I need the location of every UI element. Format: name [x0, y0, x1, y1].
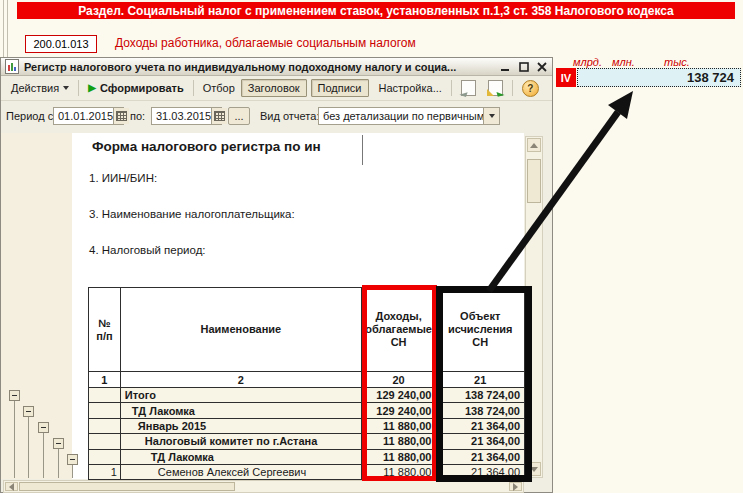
chevron-down-icon	[63, 86, 69, 90]
cell-income: 11 880,00	[362, 450, 437, 465]
tree-line	[28, 417, 29, 478]
minus-icon	[56, 443, 61, 444]
generate-label: Сформировать	[100, 82, 184, 94]
arrow-left-icon	[9, 483, 14, 491]
cell-object: 21 364,00	[436, 465, 524, 480]
export-button[interactable]	[482, 78, 509, 98]
dropdown-button[interactable]	[483, 108, 499, 124]
cell-name: Январь 2015	[121, 419, 362, 434]
collapse-toggle[interactable]	[23, 406, 34, 417]
scroll-right-button[interactable]	[509, 482, 522, 491]
toolbar-separator	[193, 80, 194, 96]
scroll-up-button[interactable]	[527, 138, 541, 152]
table-row-group[interactable]: ТД Лакомка 129 240,00 138 724,00	[89, 403, 524, 418]
cell-name: Налоговый комитет по г.Астана	[121, 434, 362, 449]
play-icon: ▶	[88, 83, 96, 93]
cell-num: 1	[89, 465, 121, 480]
collapse-toggle[interactable]	[9, 390, 20, 401]
col-header-object[interactable]: Объект исчисления СН	[436, 288, 524, 372]
table-row-employee[interactable]: 1 Семенов Алексей Сергеевич 11 880,00 21…	[89, 465, 524, 480]
period-more-button[interactable]: ...	[228, 107, 250, 125]
unit-label-thousands: тыс.	[664, 56, 690, 68]
signatures-toggle-button[interactable]: Подписи	[311, 79, 369, 97]
period-to-label: по:	[130, 110, 145, 122]
col-header-name[interactable]: Наименование	[121, 288, 362, 372]
form-border-line	[3, 0, 4, 57]
period-from-label: Период с:	[6, 110, 56, 122]
report-type-select[interactable]: без детализации по первичным док	[318, 107, 500, 125]
cell-name: ТД Лакомка	[121, 450, 362, 465]
form-border-line	[7, 0, 8, 57]
minus-icon	[12, 395, 17, 396]
cell-object: 138 724,00	[436, 403, 524, 418]
table-header-row: № п/п Наименование Доходы, облагаемые СН…	[89, 288, 524, 372]
period-to-input[interactable]: 31.03.2015	[151, 107, 222, 125]
maximize-button[interactable]	[516, 60, 531, 74]
table-row-group[interactable]: ТД Лакомка 11 880,00 21 364,00	[89, 450, 524, 465]
filter-button[interactable]: Отбор	[197, 80, 241, 96]
col-number: 2	[121, 372, 362, 388]
actions-menu-button[interactable]: Действия	[5, 80, 75, 96]
cell-num	[89, 403, 121, 418]
table-row-group[interactable]: Январь 2015 11 880,00 21 364,00	[89, 419, 524, 434]
minus-icon	[26, 411, 31, 412]
unit-label-millions: млн.	[612, 56, 635, 68]
tree-line	[43, 433, 44, 478]
period-from-input[interactable]: 01.01.2015	[53, 107, 124, 125]
scroll-left-button[interactable]	[5, 482, 18, 491]
grouping-panel	[1, 133, 72, 479]
generate-button[interactable]: ▶ Сформировать	[82, 80, 190, 96]
unit-label-billions: млрд.	[573, 56, 602, 68]
toolbar-separator	[451, 80, 452, 96]
report-parameters: Период с: 01.01.2015 по: 31.03.2015 ... …	[1, 101, 552, 133]
toolbar-separator	[78, 80, 79, 96]
calendar-button[interactable]	[211, 108, 227, 124]
help-button[interactable]: ?	[516, 78, 545, 99]
tree-line	[72, 465, 73, 478]
calendar-button[interactable]	[113, 108, 129, 124]
cell-num	[89, 434, 121, 449]
form-line-iin: 1. ИИН/БИН:	[89, 172, 157, 184]
window-titlebar[interactable]: Регистр налогового учета по индивидуальн…	[1, 58, 552, 76]
scrollbar-thumb[interactable]	[527, 159, 541, 203]
tree-line	[58, 449, 59, 478]
cell-num	[89, 419, 121, 434]
col-header-num[interactable]: № п/п	[89, 288, 121, 372]
cell-income: 129 240,00	[362, 388, 437, 403]
settings-button[interactable]: Настройка...	[373, 80, 448, 96]
collapse-toggle[interactable]	[38, 422, 49, 433]
cell-income: 11 880,00	[362, 434, 437, 449]
form-code-field[interactable]: 200.01.013	[25, 35, 97, 53]
table-row-group[interactable]: Налоговый комитет по г.Астана 11 880,00 …	[89, 434, 524, 449]
horizontal-scrollbar[interactable]	[3, 480, 524, 493]
cell-income: 11 880,00	[362, 465, 437, 480]
col-header-income[interactable]: Доходы, облагаемые СН	[362, 288, 437, 372]
arrow-right-icon	[513, 483, 518, 491]
collapse-toggle[interactable]	[67, 454, 78, 465]
close-button[interactable]	[534, 60, 549, 74]
minus-icon	[70, 459, 75, 460]
report-icon	[5, 59, 19, 74]
scrollbar-thumb[interactable]	[19, 482, 235, 491]
cell-object: 21 364,00	[436, 450, 524, 465]
report-type-value: без детализации по первичным док	[319, 110, 483, 122]
report-type-label: Вид отчета:	[260, 110, 319, 122]
screen: Раздел. Социальный налог с применением с…	[0, 0, 743, 493]
header-toggle-button[interactable]: Заголовок	[241, 79, 307, 97]
cell-object: 138 724,00	[436, 388, 524, 403]
form-line-period: 4. Налоговый период:	[89, 244, 206, 256]
vertical-scrollbar[interactable]	[525, 136, 543, 478]
table-row-total[interactable]: Итого 129 240,00 138 724,00	[89, 388, 524, 403]
period-from-value: 01.01.2015	[54, 110, 113, 122]
document-export-green-icon	[488, 80, 503, 96]
minimize-button[interactable]	[498, 60, 513, 74]
form-code-label: Доходы работника, облагаемые социальным …	[115, 36, 416, 50]
arrow-up-icon	[530, 143, 538, 148]
scroll-down-button[interactable]	[527, 462, 541, 476]
cell-income: 11 880,00	[362, 419, 437, 434]
export-disabled-button[interactable]	[455, 78, 482, 98]
declaration-value-cell[interactable]: 138 724	[577, 68, 741, 87]
calendar-icon	[116, 111, 127, 121]
collapse-toggle[interactable]	[53, 438, 64, 449]
cell-object: 21 364,00	[436, 434, 524, 449]
